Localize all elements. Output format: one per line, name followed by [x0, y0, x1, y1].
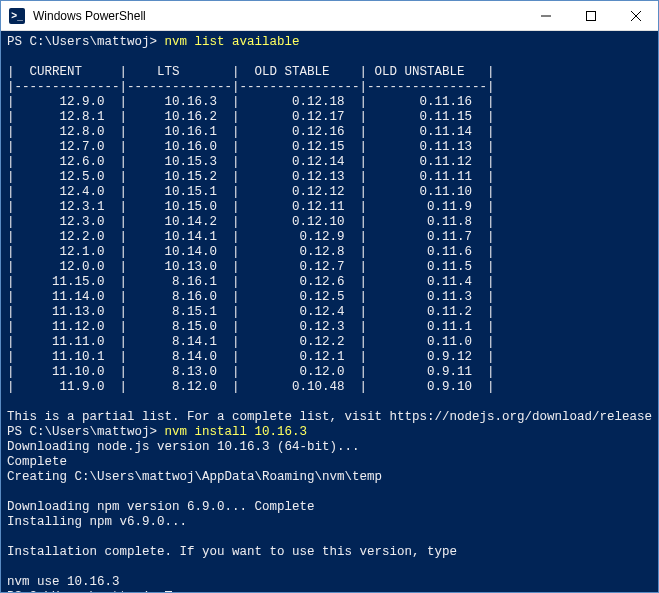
powershell-window: >_ Windows PowerShell PS C:\Users\mattwo… — [0, 0, 659, 593]
close-button[interactable] — [613, 1, 658, 30]
svg-rect-1 — [586, 11, 595, 20]
terminal-output[interactable]: PS C:\Users\mattwoj> nvm list available … — [1, 31, 658, 592]
window-title: Windows PowerShell — [33, 9, 523, 23]
maximize-icon — [586, 11, 596, 21]
window-controls — [523, 1, 658, 30]
minimize-button[interactable] — [523, 1, 568, 30]
powershell-icon: >_ — [9, 8, 25, 24]
close-icon — [631, 11, 641, 21]
minimize-icon — [541, 11, 551, 21]
titlebar[interactable]: >_ Windows PowerShell — [1, 1, 658, 31]
maximize-button[interactable] — [568, 1, 613, 30]
